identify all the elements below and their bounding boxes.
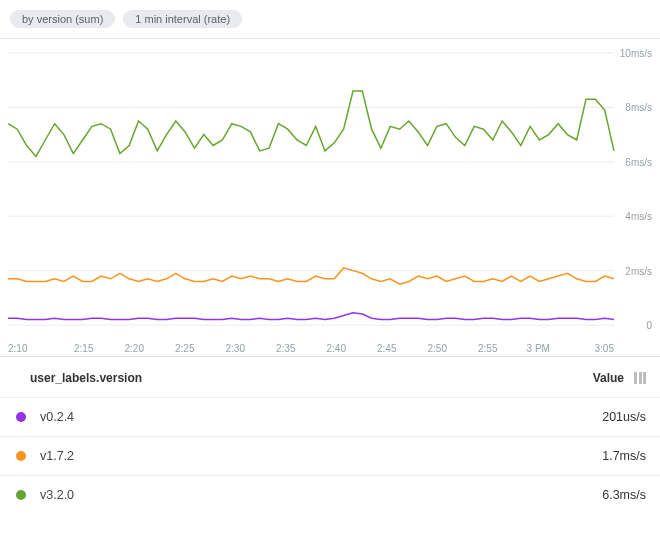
x-axis-tick: 3:05 <box>564 343 615 354</box>
x-axis-tick: 2:30 <box>210 343 261 354</box>
y-axis-tick: 4ms/s <box>623 211 654 222</box>
legend-header: user_labels.version Value <box>0 356 660 397</box>
chart-svg <box>0 39 660 339</box>
legend-rows: v0.2.4201us/sv1.7.21.7ms/sv3.2.06.3ms/s <box>0 397 660 514</box>
legend-value: 1.7ms/s <box>602 449 646 463</box>
x-axis-tick: 2:50 <box>412 343 463 354</box>
line-chart[interactable]: 10ms/s8ms/s6ms/s4ms/s2ms/s0 <box>0 39 660 339</box>
series-color-dot <box>16 451 26 461</box>
x-axis-labels: 2:102:152:202:252:302:352:402:452:502:55… <box>0 339 660 356</box>
x-axis-tick: 2:25 <box>160 343 211 354</box>
y-axis-tick: 2ms/s <box>623 265 654 276</box>
y-axis-tick: 8ms/s <box>623 102 654 113</box>
chip-aggregation[interactable]: by version (sum) <box>10 10 115 28</box>
x-axis-tick: 3 PM <box>513 343 564 354</box>
legend-value: 201us/s <box>602 410 646 424</box>
x-axis-tick: 2:45 <box>362 343 413 354</box>
x-axis-tick: 2:20 <box>109 343 160 354</box>
x-axis-tick: 2:10 <box>8 343 59 354</box>
columns-icon[interactable] <box>634 372 646 384</box>
legend-header-label: user_labels.version <box>30 371 142 385</box>
y-axis-tick: 0 <box>644 320 654 331</box>
chip-interval[interactable]: 1 min interval (rate) <box>123 10 242 28</box>
legend-row[interactable]: v1.7.21.7ms/s <box>0 436 660 475</box>
series-line <box>8 313 614 320</box>
chart-panel: 10ms/s8ms/s6ms/s4ms/s2ms/s0 2:102:152:20… <box>0 38 660 356</box>
y-axis-tick: 6ms/s <box>623 156 654 167</box>
legend-label: v1.7.2 <box>40 449 74 463</box>
series-line <box>8 91 614 156</box>
series-color-dot <box>16 490 26 500</box>
x-axis-tick: 2:40 <box>311 343 362 354</box>
y-axis-tick: 10ms/s <box>618 48 654 59</box>
filter-chip-bar: by version (sum) 1 min interval (rate) <box>0 0 660 32</box>
legend-row[interactable]: v3.2.06.3ms/s <box>0 475 660 514</box>
legend-label: v3.2.0 <box>40 488 74 502</box>
x-axis-tick: 2:15 <box>59 343 110 354</box>
x-axis-tick: 2:55 <box>463 343 514 354</box>
legend-row[interactable]: v0.2.4201us/s <box>0 397 660 436</box>
legend-header-value: Value <box>593 371 624 385</box>
legend-label: v0.2.4 <box>40 410 74 424</box>
series-color-dot <box>16 412 26 422</box>
x-axis-tick: 2:35 <box>261 343 312 354</box>
legend-value: 6.3ms/s <box>602 488 646 502</box>
